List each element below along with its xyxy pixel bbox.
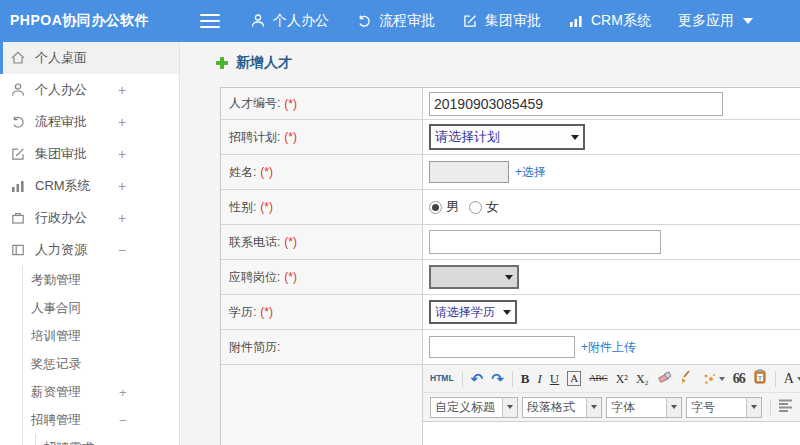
expand-plus-icon[interactable]: + [118, 170, 126, 202]
expand-plus-icon[interactable]: + [118, 106, 126, 138]
flow-icon [10, 114, 26, 130]
sidebar-item-attendance[interactable]: 考勤管理 [23, 266, 179, 294]
caret-down-icon [502, 398, 517, 417]
education-select[interactable]: 请选择学历 [429, 300, 517, 324]
form-row-editor: HTML ↶ ↷ B I U A ABC X² X₂ 66 T [221, 365, 800, 445]
topbar: PHPOA协同办公软件 个人办公 流程审批 集团审批 CRM系统 更多应用 [0, 0, 800, 42]
page-title: 新增人才 [216, 54, 292, 72]
recruit-plan-select[interactable]: 请选择计划 [429, 124, 585, 150]
font-family-dropdown[interactable]: 字体 [606, 397, 682, 418]
font-size-dropdown[interactable]: 字号 [686, 397, 762, 418]
eraser-icon[interactable] [657, 370, 672, 388]
paste-icon[interactable]: T [753, 369, 767, 388]
sidebar-item-hr[interactable]: 人力资源 − [0, 234, 179, 266]
gender-male-label: 男 [446, 198, 459, 216]
gender-male-radio[interactable] [429, 201, 442, 214]
sidebar-item-personal-office[interactable]: 个人办公 + [0, 74, 179, 106]
hr-submenu: 考勤管理 人事合同 培训管理 奖惩记录 薪资管理 + 招聘管理 − 招聘需求 [22, 266, 179, 445]
edit-icon [462, 13, 478, 29]
hamburger-menu-icon[interactable] [200, 14, 220, 28]
paragraph-format-dropdown[interactable]: 段落格式 [522, 397, 602, 418]
form-row-recruit-plan: 招聘计划: (*) 请选择计划 [221, 120, 800, 155]
quick-format-icon[interactable] [702, 372, 725, 386]
book-icon [10, 242, 26, 258]
required-mark: (*) [260, 305, 273, 319]
underline-button[interactable]: U [550, 372, 559, 385]
superscript-button[interactable]: X² [616, 373, 628, 385]
person-icon [250, 13, 266, 29]
expand-plus-icon[interactable]: + [119, 385, 127, 400]
strikethrough-button[interactable]: ABC [589, 374, 608, 383]
editor-content-area[interactable] [423, 422, 800, 445]
form-row-resume: 附件简历: +附件上传 [221, 330, 800, 365]
format-brush-icon[interactable] [680, 370, 694, 388]
name-input[interactable] [429, 161, 509, 183]
select-arrow-icon [571, 135, 579, 140]
talent-code-input[interactable] [429, 92, 723, 116]
recruit-plan-label: 招聘计划: [229, 129, 280, 146]
editor-toolbar-row1: HTML ↶ ↷ B I U A ABC X² X₂ 66 T [423, 365, 800, 393]
nav-personal-office[interactable]: 个人办公 [250, 12, 329, 30]
sidebar: 个人桌面 个人办公 + 流程审批 + 集团审批 + CRM系统 + 行政办公 +… [0, 42, 180, 445]
nav-crm-system[interactable]: CRM系统 [568, 12, 651, 30]
gender-female-label: 女 [486, 198, 499, 216]
caret-down-icon [746, 398, 761, 417]
sidebar-item-group-approval[interactable]: 集团审批 + [0, 138, 179, 170]
bar-chart-icon [10, 178, 26, 194]
person-icon [10, 82, 26, 98]
expand-plus-icon[interactable]: + [118, 138, 126, 170]
attachment-upload-link[interactable]: +附件上传 [581, 339, 636, 356]
pick-person-link[interactable]: +选择 [515, 164, 546, 181]
recruitment-submenu: 招聘需求 [35, 434, 179, 445]
sidebar-item-rewards[interactable]: 奖惩记录 [23, 350, 179, 378]
sidebar-item-salary[interactable]: 薪资管理 + [23, 378, 179, 406]
gender-label: 性别: [229, 199, 256, 216]
align-left-icon[interactable] [779, 398, 794, 416]
expand-minus-icon[interactable]: − [118, 234, 126, 266]
required-mark: (*) [284, 130, 297, 144]
sidebar-item-recruit-demand[interactable]: 招聘需求 [36, 434, 179, 445]
flow-icon [356, 13, 372, 29]
sidebar-item-workflow-approval[interactable]: 流程审批 + [0, 106, 179, 138]
new-talent-form: 人才编号: (*) 招聘计划: (*) 请选择计划 姓名: (*) [220, 87, 800, 445]
italic-button[interactable]: I [537, 372, 541, 385]
undo-icon[interactable]: ↶ [471, 371, 484, 386]
svg-text:T: T [758, 374, 762, 381]
redo-icon[interactable]: ↷ [491, 371, 504, 386]
font-style-button[interactable]: A [567, 371, 581, 386]
required-mark: (*) [284, 270, 297, 284]
font-color-icon[interactable]: A [784, 372, 800, 386]
resume-input[interactable] [429, 336, 575, 358]
expand-plus-icon[interactable]: + [118, 202, 126, 234]
sidebar-item-crm[interactable]: CRM系统 + [0, 170, 179, 202]
talent-code-label: 人才编号: [229, 95, 280, 112]
caret-down-icon [719, 377, 725, 381]
position-select[interactable] [429, 265, 519, 289]
custom-title-dropdown[interactable]: 自定义标题 [430, 397, 518, 418]
app-logo: PHPOA协同办公软件 [0, 12, 188, 30]
expand-plus-icon[interactable]: + [118, 74, 126, 106]
sidebar-item-admin-office[interactable]: 行政办公 + [0, 202, 179, 234]
sidebar-item-training[interactable]: 培训管理 [23, 322, 179, 350]
select-arrow-icon [503, 310, 511, 315]
name-label: 姓名: [229, 164, 256, 181]
blockquote-icon[interactable]: 66 [733, 372, 745, 386]
add-plus-icon [216, 57, 228, 69]
bold-button[interactable]: B [521, 372, 530, 385]
form-row-education: 学历: (*) 请选择学历 [221, 295, 800, 330]
editor-toolbar-row2: 自定义标题 段落格式 字体 字号 [423, 393, 800, 422]
nav-more-apps[interactable]: 更多应用 [678, 12, 753, 30]
nav-workflow-approval[interactable]: 流程审批 [356, 12, 435, 30]
nav-group-approval[interactable]: 集团审批 [462, 12, 541, 30]
phone-input[interactable] [429, 230, 661, 254]
expand-minus-icon[interactable]: − [119, 413, 127, 428]
subscript-button[interactable]: X₂ [636, 373, 649, 385]
html-source-button[interactable]: HTML [430, 374, 454, 383]
gender-female-radio[interactable] [469, 201, 482, 214]
sidebar-item-desktop[interactable]: 个人桌面 [0, 42, 179, 74]
edit-icon [10, 146, 26, 162]
sidebar-item-recruitment[interactable]: 招聘管理 − [23, 406, 179, 434]
required-mark: (*) [260, 200, 273, 214]
select-arrow-icon [505, 275, 513, 280]
sidebar-item-hr-contract[interactable]: 人事合同 [23, 294, 179, 322]
